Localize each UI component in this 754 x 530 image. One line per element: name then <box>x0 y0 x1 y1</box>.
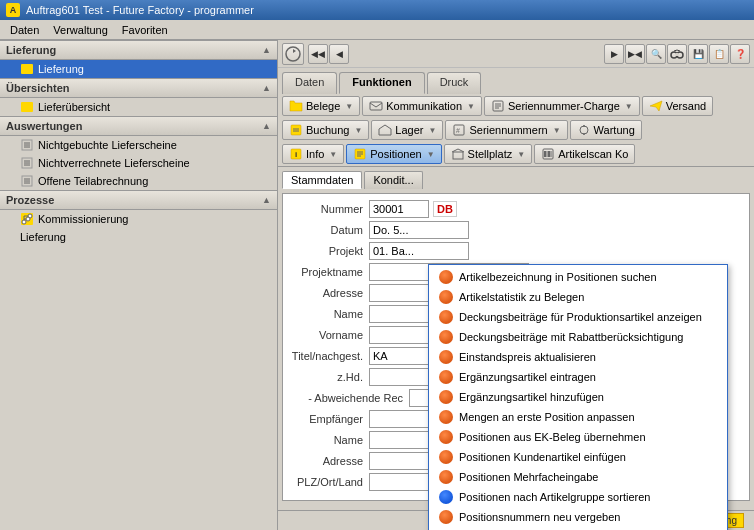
svg-rect-22 <box>676 53 679 56</box>
ribbon-row3: i Info ▼ Positionen ▼ Stellplatz ▼ Artik… <box>278 142 754 166</box>
menu-daten[interactable]: Daten <box>4 22 45 38</box>
sidebar-item-lieferung[interactable]: Lieferung <box>0 60 277 78</box>
menu-item-deckungsbeitraege[interactable]: Deckungsbeiträge für Produktionsartikel … <box>429 307 727 327</box>
menu-item-positionsnummern[interactable]: Positionsnummern neu vergeben <box>429 507 727 527</box>
help-button[interactable]: ❓ <box>730 44 750 64</box>
refresh-button[interactable] <box>282 43 304 65</box>
adresse-label: Adresse <box>289 287 369 299</box>
tab-funktionen[interactable]: Funktionen <box>339 72 424 94</box>
projekt-input[interactable] <box>369 242 469 260</box>
binoculars-button[interactable] <box>667 44 687 64</box>
sidebar-section-uebersichten: Übersichten ▲ Lieferübersicht <box>0 78 277 116</box>
dropdown-arrow-icon: ▼ <box>517 150 525 159</box>
zhd-label: z.Hd. <box>289 371 369 383</box>
menu-item-mengen-anpassen[interactable]: Mengen an erste Position anpassen <box>429 407 727 427</box>
menu-item-einstandspreis[interactable]: Einstandspreis aktualisieren <box>429 347 727 367</box>
artikelscan-button[interactable]: Artikelscan Ko <box>534 144 635 164</box>
menu-item-ergaenzungsartikel-eintragen[interactable]: Ergänzungsartikel eintragen <box>429 367 727 387</box>
search-button[interactable]: 🔍 <box>646 44 666 64</box>
dropdown-arrow-icon: ▼ <box>625 102 633 111</box>
menu-item-deckungsbeitraege-rabatt[interactable]: Deckungsbeiträge mit Rabattberücksichtig… <box>429 327 727 347</box>
nav-last-button[interactable]: ▶◀ <box>625 44 645 64</box>
sidebar-section-lieferung: Lieferung ▲ Lieferung <box>0 40 277 78</box>
menu-item-positionen-ek-beleg[interactable]: Positionen aus EK-Beleg übernehmen <box>429 427 727 447</box>
insert-icon <box>439 450 453 464</box>
menu-item-positionen-artikelgruppe[interactable]: Positionen nach Artikelgruppe sortieren <box>429 487 727 507</box>
menu-favoriten[interactable]: Favoriten <box>116 22 174 38</box>
menu-item-positionen-mehrfacheingabe[interactable]: Positionen Mehrfacheingabe <box>429 467 727 487</box>
dropdown-arrow-icon: ▼ <box>467 102 475 111</box>
buchung-button[interactable]: Buchung ▼ <box>282 120 369 140</box>
lager-icon <box>378 123 392 137</box>
dropdown-arrow-icon: ▼ <box>354 126 362 135</box>
sidebar-item-kommissionierung[interactable]: Kommissionierung <box>0 210 277 228</box>
stellplatz-button[interactable]: Stellplatz ▼ <box>444 144 533 164</box>
dropdown-arrow-icon: ▼ <box>429 126 437 135</box>
versand-icon <box>649 99 663 113</box>
menu-item-positionen-kundenartikel[interactable]: Positionen Kundenartikel einfügen <box>429 447 727 467</box>
tab-druck[interactable]: Druck <box>427 72 482 94</box>
info-button[interactable]: i Info ▼ <box>282 144 344 164</box>
form-tab-stammdaten[interactable]: Stammdaten <box>282 171 362 189</box>
artikelscan-icon <box>541 147 555 161</box>
svg-rect-23 <box>370 102 382 110</box>
sidebar-section-header-uebersichten[interactable]: Übersichten ▲ <box>0 78 277 98</box>
positionen-button[interactable]: Positionen ▼ <box>346 144 441 164</box>
tab-bar: Daten Funktionen Druck <box>278 68 754 94</box>
form-row-datum: Datum <box>289 221 743 239</box>
sidebar-section-header-prozesse[interactable]: Prozesse ▲ <box>0 190 277 210</box>
add-icon <box>439 370 453 384</box>
abweichende-label: - Abweichende Rec <box>289 392 409 404</box>
update-icon <box>439 350 453 364</box>
nav-first-button[interactable]: ◀◀ <box>308 44 328 64</box>
buchung-icon <box>289 123 303 137</box>
menu-verwaltung[interactable]: Verwaltung <box>47 22 113 38</box>
kommunikation-button[interactable]: Kommunikation ▼ <box>362 96 482 116</box>
sidebar-item-lieferuebersicht[interactable]: Lieferübersicht <box>0 98 277 116</box>
sidebar: Lieferung ▲ Lieferung Übersichten ▲ Lief… <box>0 40 278 530</box>
versand-button[interactable]: Versand <box>642 96 713 116</box>
nav-prev-button[interactable]: ◀ <box>329 44 349 64</box>
datum-input[interactable] <box>369 221 469 239</box>
save-button[interactable]: 💾 <box>688 44 708 64</box>
seriennummer-charge-button[interactable]: Seriennummer-Charge ▼ <box>484 96 640 116</box>
lager-button[interactable]: Lager ▼ <box>371 120 443 140</box>
list-icon <box>20 156 34 170</box>
dropdown-arrow-icon: ▼ <box>427 150 435 159</box>
content-area: ◀◀ ◀ ▶ ▶◀ 🔍 💾 📋 ❓ Daten Funktionen Druck <box>278 40 754 530</box>
svg-text:i: i <box>295 150 297 159</box>
seriennummern-button[interactable]: # Seriennummern ▼ <box>445 120 567 140</box>
ribbon-row2: Buchung ▼ Lager ▼ # Seriennummern ▼ Wart… <box>278 118 754 142</box>
db-badge: DB <box>433 201 457 217</box>
sidebar-item-offene[interactable]: Offene Teilabrechnung <box>0 172 277 190</box>
nummer-input[interactable] <box>369 200 429 218</box>
stellplatz-icon <box>451 147 465 161</box>
sidebar-item-lieferung2[interactable]: Lieferung <box>0 228 277 246</box>
menu-item-artikelbezeichnung[interactable]: Artikelbezeichnung in Positionen suchen <box>429 267 727 287</box>
name-label: Name <box>289 308 369 320</box>
sidebar-section-prozesse: Prozesse ▲ Kommissionierung Lieferung <box>0 190 277 246</box>
vorname-label: Vorname <box>289 329 369 341</box>
menu-item-ergaenzungsartikel-hinzufuegen[interactable]: Ergänzungsartikel hinzufügen <box>429 387 727 407</box>
svg-text:#: # <box>456 127 460 134</box>
copy-button[interactable]: 📋 <box>709 44 729 64</box>
form-tab-kondit[interactable]: Kondit... <box>364 171 422 189</box>
positionen-icon <box>353 147 367 161</box>
sidebar-section-header-auswertungen[interactable]: Auswertungen ▲ <box>0 116 277 136</box>
svg-point-33 <box>580 126 588 134</box>
tab-daten[interactable]: Daten <box>282 72 337 94</box>
sidebar-section-header-lieferung[interactable]: Lieferung ▲ <box>0 40 277 60</box>
wartung-button[interactable]: Wartung <box>570 120 642 140</box>
belege-button[interactable]: Belege ▼ <box>282 96 360 116</box>
title-bar: A Auftrag601 Test - Future Factory - pro… <box>0 0 754 20</box>
nav-next-button[interactable]: ▶ <box>604 44 624 64</box>
main-layout: Lieferung ▲ Lieferung Übersichten ▲ Lief… <box>0 40 754 530</box>
projekt-label: Projekt <box>289 245 369 257</box>
menu-item-artikelstatistik[interactable]: Artikelstatistik zu Belegen <box>429 287 727 307</box>
sidebar-item-nichtverrechnete[interactable]: Nichtverrechnete Lieferscheine <box>0 154 277 172</box>
stats-icon <box>439 290 453 304</box>
sidebar-item-nichtgebuchte[interactable]: Nichtgebuchte Lieferscheine <box>0 136 277 154</box>
plz-label: PLZ/Ort/Land <box>289 476 369 488</box>
sidebar-section-auswertungen: Auswertungen ▲ Nichtgebuchte Lieferschei… <box>0 116 277 190</box>
window-title: Auftrag601 Test - Future Factory - progr… <box>26 4 254 16</box>
